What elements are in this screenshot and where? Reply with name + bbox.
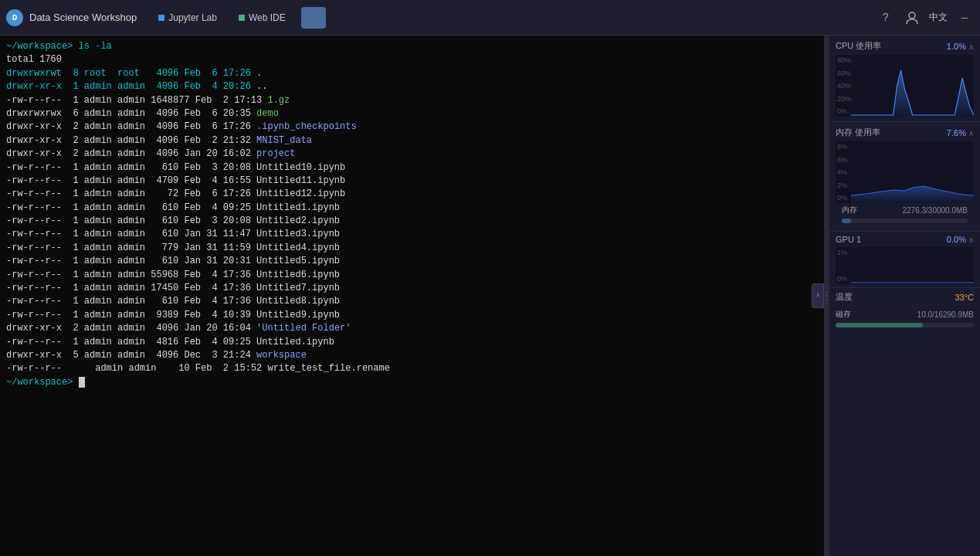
term-line-16: -rw-r--r-- 1 admin admin 55968 Feb 4 17:… — [6, 269, 818, 282]
term-line-10: -rw-r--r-- 1 admin admin 72 Feb 6 17:26 … — [6, 188, 818, 201]
main-area: ~/workspace> ls -la total 1760 drwxrwxrw… — [0, 36, 980, 556]
tab-web-ide[interactable]: Web IDE — [229, 7, 295, 29]
tab-dot-jupyter — [158, 15, 164, 21]
disk-bar-container — [836, 323, 974, 327]
disk-label: 磁存 — [836, 309, 851, 320]
right-panel: CPU 使用率 1.0% ∧ 80% 60% 40% 20% 0% — [829, 36, 980, 556]
language-button[interactable]: 中文 — [929, 11, 948, 24]
titlebar: D Data Science Workshop Jupyter Lab Web … — [0, 0, 980, 36]
gpu-chevron-icon[interactable]: ∧ — [968, 236, 974, 244]
cpu-chevron-icon[interactable]: ∧ — [968, 42, 974, 51]
term-line-17: -rw-r--r-- 1 admin admin 17450 Feb 4 17:… — [6, 282, 818, 295]
app-icon: D — [6, 9, 23, 26]
gpu-y-labels: 1% 0% — [837, 247, 847, 284]
term-line-total: total 1760 — [6, 53, 818, 66]
help-icon[interactable]: ? — [877, 8, 895, 27]
term-line-21: -rw-r--r-- 1 admin admin 4816 Feb 4 09:2… — [6, 336, 818, 349]
cpu-chart: 80% 60% 40% 20% 0% — [836, 55, 974, 117]
disk-value: 10.0/16290.9MB — [917, 310, 974, 319]
cpu-chart-svg — [851, 55, 974, 117]
cpu-section: CPU 使用率 1.0% ∧ 80% 60% 40% 20% 0% — [829, 36, 980, 122]
memory-label: 内存 使用率 — [836, 127, 880, 138]
term-line-1: drwxrwxrwt 8 root root 4096 Feb 6 17:26 … — [6, 67, 818, 80]
term-line-8: -rw-r--r-- 1 admin admin 610 Feb 3 20:08… — [6, 161, 818, 175]
term-line-2: drwxr-xr-x 1 admin admin 4096 Feb 4 20:2… — [6, 80, 818, 93]
memory-bar-container — [842, 219, 968, 223]
term-line-3: -rw-r--r-- 1 admin admin 1648877 Feb 2 1… — [6, 94, 818, 107]
term-line-5: drwxr-xr-x 2 admin admin 4096 Feb 6 17:2… — [6, 120, 818, 134]
memory-chevron-icon[interactable]: ∧ — [968, 129, 974, 137]
memory-chart: 8% 6% 4% 2% 0% — [836, 141, 974, 203]
tab-active-indicator[interactable] — [301, 7, 326, 29]
disk-bar-fill — [836, 323, 923, 327]
memory-y-labels: 8% 6% 4% 2% 0% — [837, 141, 847, 203]
gpu-section: GPU 1 0.0% ∧ 1% 0% — [829, 232, 980, 287]
term-line-9: -rw-r--r-- 1 admin admin 4709 Feb 4 16:5… — [6, 175, 818, 188]
term-line-20: drwxr-xr-x 2 admin admin 4096 Jan 20 16:… — [6, 322, 818, 335]
titlebar-right: ? 中文 — — [877, 8, 974, 27]
tab-dot-webide — [239, 15, 245, 21]
memory-header: 内存 使用率 7.6% ∧ — [836, 127, 974, 138]
memory-chart-svg — [851, 141, 974, 203]
terminal[interactable]: ~/workspace> ls -la total 1760 drwxrwxrw… — [0, 36, 824, 556]
term-line-13: -rw-r--r-- 1 admin admin 610 Jan 31 11:4… — [6, 228, 818, 241]
gpu-chart-svg — [851, 247, 974, 284]
cpu-label: CPU 使用率 — [836, 40, 881, 52]
temperature-row: 温度 33°C — [829, 287, 980, 306]
term-line-7: drwxr-xr-x 2 admin admin 4096 Jan 20 16:… — [6, 147, 818, 161]
tab-jupyter-lab[interactable]: Jupyter Lab — [149, 7, 226, 29]
memory-value: 7.6% — [947, 128, 966, 137]
minimize-icon[interactable]: — — [955, 8, 974, 27]
gpu-value: 0.0% — [947, 235, 966, 244]
gpu-label: GPU 1 — [836, 235, 861, 244]
terminal-prompt-2: ~/workspace> — [6, 376, 818, 389]
gpu-header: GPU 1 0.0% ∧ — [836, 235, 974, 244]
term-line-4: drwxrwxrwx 6 admin admin 4096 Feb 6 20:3… — [6, 107, 818, 120]
terminal-prompt-1: ~/workspace> ls -la — [6, 40, 818, 53]
temperature-label: 温度 — [836, 291, 853, 303]
disk-detail-row: 磁存 10.0/16290.9MB — [829, 306, 980, 321]
gpu-chart: 1% 0% — [836, 247, 974, 284]
term-line-11: -rw-r--r-- 1 admin admin 610 Feb 4 09:25… — [6, 202, 818, 215]
memory-detail-value: 2276.3/30000.0MB — [902, 206, 968, 215]
term-line-18: -rw-r--r-- 1 admin admin 610 Feb 4 17:36… — [6, 295, 818, 308]
cpu-value: 1.0% — [947, 42, 966, 51]
temperature-value: 33°C — [955, 293, 974, 302]
term-line-23: -rw-r--r-- admin admin 10 Feb 2 15:52 wr… — [6, 362, 818, 375]
term-line-6: drwxr-xr-x 2 admin admin 4096 Feb 2 21:3… — [6, 134, 818, 147]
svg-marker-2 — [851, 186, 974, 203]
svg-point-0 — [909, 12, 915, 19]
resize-handle[interactable] — [824, 36, 829, 556]
memory-section: 内存 使用率 7.6% ∧ 8% 6% 4% 2% 0% — [829, 122, 980, 232]
cpu-header: CPU 使用率 1.0% ∧ — [836, 40, 974, 52]
memory-bar-fill — [842, 219, 851, 223]
tab-label-jupyter: Jupyter Lab — [168, 12, 217, 23]
term-line-22: drwxr-xr-x 5 admin admin 4096 Dec 3 21:2… — [6, 349, 818, 362]
term-line-12: -rw-r--r-- 1 admin admin 610 Feb 3 20:08… — [6, 215, 818, 228]
term-line-14: -rw-r--r-- 1 admin admin 779 Jan 31 11:5… — [6, 242, 818, 255]
cpu-y-labels: 80% 60% 40% 20% 0% — [837, 55, 851, 117]
memory-detail-row: 内存 2276.3/30000.0MB — [836, 203, 974, 217]
user-icon[interactable] — [903, 8, 921, 27]
term-line-19: -rw-r--r-- 1 admin admin 9389 Feb 4 10:3… — [6, 309, 818, 322]
collapse-panel-button[interactable]: › — [812, 283, 824, 308]
memory-detail-label: 内存 — [842, 205, 857, 215]
tab-label-webide: Web IDE — [249, 12, 286, 23]
term-line-15: -rw-r--r-- 1 admin admin 610 Jan 31 20:3… — [6, 255, 818, 268]
app-title: Data Science Workshop — [29, 12, 137, 23]
